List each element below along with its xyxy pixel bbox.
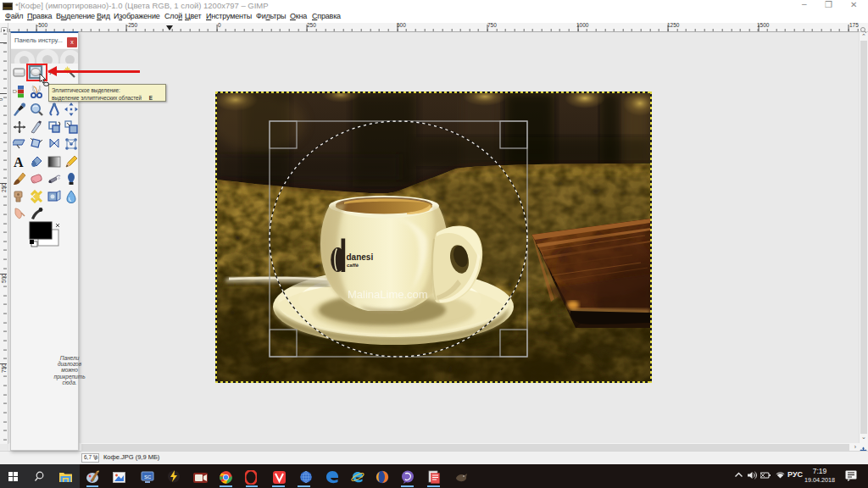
svg-text:SC: SC	[144, 474, 152, 480]
svg-text:A: A	[14, 155, 24, 169]
